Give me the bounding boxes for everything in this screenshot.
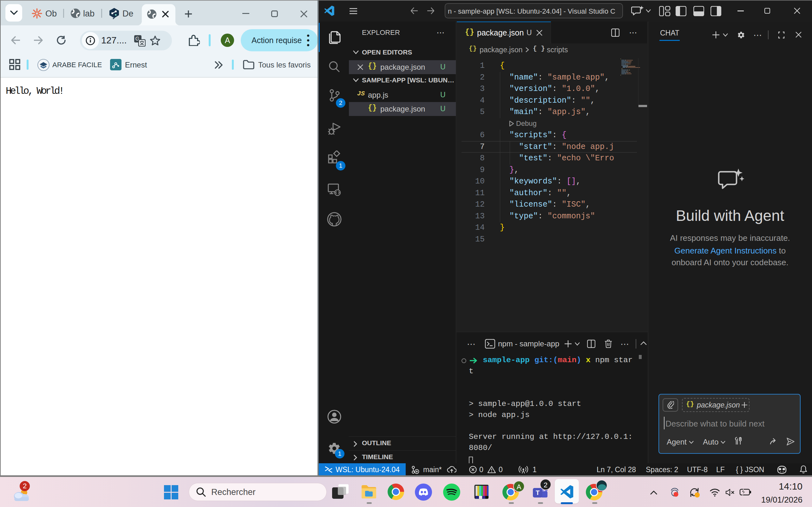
svg-text:T: T [536, 489, 540, 496]
